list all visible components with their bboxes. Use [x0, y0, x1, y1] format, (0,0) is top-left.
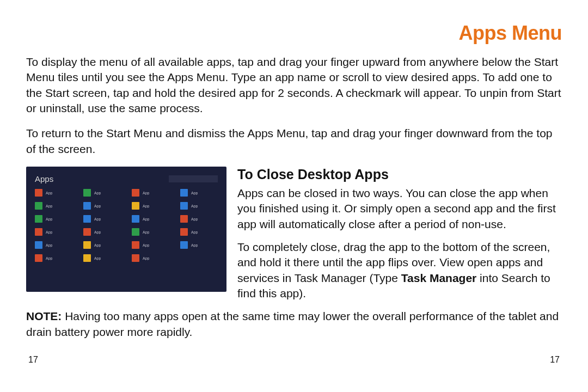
app-tile-icon — [83, 189, 91, 197]
app-tile-icon — [83, 228, 91, 236]
shot-app-item: App — [132, 202, 169, 210]
shot-app-item: App — [180, 215, 218, 223]
app-tile-label: App — [94, 243, 101, 247]
shot-app-item: App — [35, 202, 72, 210]
app-tile-label: App — [191, 191, 198, 195]
app-tile-icon — [83, 215, 91, 223]
shot-app-item: App — [132, 241, 169, 249]
shot-app-item: App — [132, 215, 169, 223]
app-tile-label: App — [46, 204, 52, 208]
shot-app-item: App — [132, 228, 169, 236]
app-tile-label: App — [94, 217, 101, 221]
shot-app-item: App — [83, 241, 121, 249]
app-tile-label: App — [191, 217, 198, 221]
shot-app-item: App — [83, 228, 121, 236]
shot-header: Apps — [35, 174, 218, 183]
shot-column: AppAppAppAppAppApp — [83, 189, 121, 262]
app-tile-label: App — [46, 217, 52, 221]
app-tile-label: App — [46, 191, 52, 195]
shot-app-item: App — [83, 202, 121, 210]
content-row: Apps AppAppAppAppAppAppAppAppAppAppAppAp… — [26, 167, 562, 301]
shot-column: AppAppAppAppAppApp — [35, 189, 72, 262]
app-tile-icon — [132, 228, 139, 236]
shot-app-item: App — [83, 189, 121, 197]
app-tile-label: App — [143, 217, 149, 221]
shot-app-item: App — [35, 254, 72, 262]
app-tile-label: App — [94, 191, 101, 195]
apps-menu-illustration: Apps AppAppAppAppAppAppAppAppAppAppAppAp… — [26, 167, 226, 292]
shot-app-item: App — [83, 215, 121, 223]
app-tile-icon — [83, 254, 91, 262]
app-tile-icon — [132, 241, 139, 249]
app-tile-label: App — [143, 243, 149, 247]
shot-title: Apps — [35, 174, 53, 183]
app-tile-icon — [180, 189, 188, 197]
app-tile-icon — [35, 202, 42, 210]
page-footer: 17 17 — [26, 355, 562, 365]
page-number-right: 17 — [550, 355, 560, 365]
app-tile-icon — [35, 215, 42, 223]
app-tile-icon — [180, 228, 188, 236]
shot-columns: AppAppAppAppAppAppAppAppAppAppAppAppAppA… — [35, 189, 218, 262]
shot-column: AppAppAppAppApp — [180, 189, 218, 262]
app-tile-label: App — [143, 204, 149, 208]
shot-app-item: App — [35, 215, 72, 223]
app-tile-icon — [35, 189, 42, 197]
close-paragraph-2: To completely close, drag the app to the… — [237, 240, 562, 301]
shot-search-box — [169, 175, 218, 182]
app-tile-label: App — [191, 230, 198, 234]
shot-app-item: App — [132, 254, 169, 262]
app-tile-label: App — [191, 243, 198, 247]
shot-app-item: App — [180, 189, 218, 197]
shot-app-item: App — [180, 241, 218, 249]
page-number-left: 17 — [28, 355, 38, 365]
shot-app-item: App — [35, 241, 72, 249]
app-tile-label: App — [143, 230, 149, 234]
app-tile-label: App — [94, 230, 101, 234]
shot-app-item: App — [35, 189, 72, 197]
app-tile-icon — [35, 241, 42, 249]
app-tile-icon — [132, 254, 139, 262]
shot-app-item: App — [83, 254, 121, 262]
shot-app-item: App — [35, 228, 72, 236]
app-tile-label: App — [191, 204, 198, 208]
app-tile-label: App — [46, 256, 52, 260]
page-title: Apps Menu — [26, 22, 562, 45]
shot-app-item: App — [180, 202, 218, 210]
note-label: NOTE: — [26, 310, 62, 322]
app-tile-icon — [180, 215, 188, 223]
note-paragraph: NOTE: Having too many apps open at the s… — [26, 309, 562, 340]
app-tile-icon — [180, 241, 188, 249]
app-tile-icon — [35, 254, 42, 262]
intro-paragraph-2: To return to the Start Menu and dismiss … — [26, 126, 562, 157]
shot-app-item: App — [180, 228, 218, 236]
task-manager-bold: Task Manager — [401, 272, 477, 284]
apps-screenshot: Apps AppAppAppAppAppAppAppAppAppAppAppAp… — [26, 167, 226, 292]
intro-paragraph-1: To display the menu of all available app… — [26, 54, 562, 116]
app-tile-icon — [132, 215, 139, 223]
shot-column: AppAppAppAppAppApp — [132, 189, 169, 262]
note-text: Having too many apps open at the same ti… — [26, 310, 559, 338]
app-tile-label: App — [94, 256, 101, 260]
app-tile-icon — [35, 228, 42, 236]
section-subtitle: To Close Desktop Apps — [237, 167, 562, 182]
app-tile-label: App — [94, 204, 101, 208]
manual-page: Apps Menu To display the menu of all ava… — [0, 0, 588, 376]
app-tile-icon — [83, 241, 91, 249]
app-tile-icon — [132, 189, 139, 197]
app-tile-label: App — [46, 243, 52, 247]
close-apps-section: To Close Desktop Apps Apps can be closed… — [237, 167, 562, 301]
app-tile-label: App — [143, 256, 149, 260]
app-tile-icon — [180, 202, 188, 210]
shot-app-item: App — [132, 189, 169, 197]
app-tile-label: App — [46, 230, 52, 234]
app-tile-label: App — [143, 191, 149, 195]
app-tile-icon — [83, 202, 91, 210]
close-paragraph-1: Apps can be closed in two ways. You can … — [237, 186, 562, 232]
app-tile-icon — [132, 202, 139, 210]
